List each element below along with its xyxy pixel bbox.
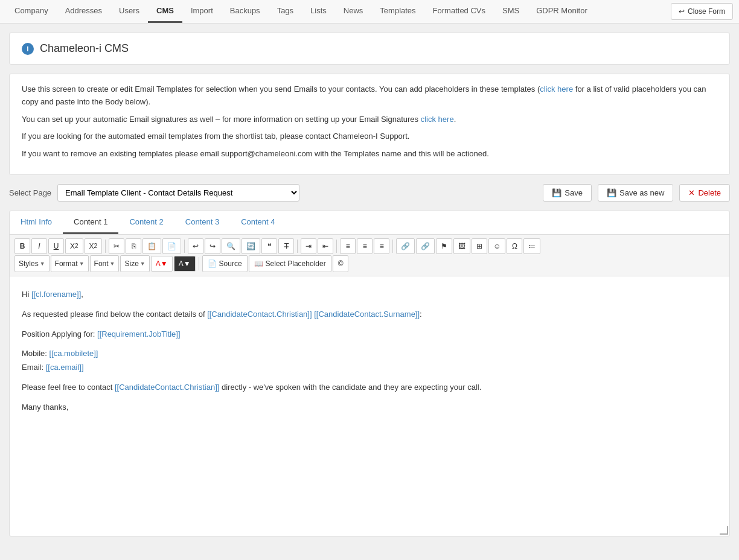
nav-cms[interactable]: CMS xyxy=(148,0,182,23)
tab-content-3[interactable]: Content 3 xyxy=(174,211,230,234)
mobile-placeholder: [[ca.mobilete]] xyxy=(50,349,98,358)
font-color-button[interactable]: A▼ xyxy=(151,256,173,272)
special-char-button[interactable]: Ω xyxy=(507,238,522,254)
cut-button[interactable]: ✂ xyxy=(109,238,124,254)
select-page-row: Select Page Email Template Client - Cont… xyxy=(9,184,730,202)
click-here-link-1[interactable]: click here xyxy=(540,84,573,94)
close-icon: ↩ xyxy=(679,7,685,16)
image-button[interactable]: 🖼 xyxy=(453,238,470,254)
nav-formatted-cvs[interactable]: Formatted CVs xyxy=(424,0,494,23)
nav-addresses[interactable]: Addresses xyxy=(57,0,110,23)
nav-lists[interactable]: Lists xyxy=(302,0,335,23)
source-icon: 📄 xyxy=(208,259,217,268)
undo-button[interactable]: ↩ xyxy=(188,238,203,254)
styles-dropdown[interactable]: Styles ▼ xyxy=(14,255,50,272)
remove-format-button[interactable]: T̶ xyxy=(278,238,294,254)
separator-5 xyxy=(392,240,393,253)
align-left-button[interactable]: ≡ xyxy=(340,238,356,254)
info-line-1: Use this screen to create or edit Email … xyxy=(22,83,717,109)
info-line-4: If you want to remove an existing templa… xyxy=(22,148,717,161)
size-label: Size xyxy=(124,259,138,268)
paste-button[interactable]: 📋 xyxy=(142,238,161,254)
info-box: Use this screen to create or edit Email … xyxy=(9,74,730,175)
toolbar-row-1: B I U X2 X2 ✂ ⎘ 📋 📄 ↩ ↪ 🔍 🔄 ❝ T̶ ⇥ ⇤ xyxy=(14,238,725,254)
position-line: Position Applying for: [[Requirement.Job… xyxy=(22,328,717,341)
indent-button[interactable]: ⇥ xyxy=(301,238,316,254)
copyright-button[interactable]: © xyxy=(333,255,349,272)
paste-plain-button[interactable]: 📄 xyxy=(162,238,181,254)
tab-content-4[interactable]: Content 4 xyxy=(230,211,286,234)
main-content: i Chameleon-i CMS Use this screen to cre… xyxy=(0,24,739,546)
nav-users[interactable]: Users xyxy=(110,0,148,23)
nav-templates[interactable]: Templates xyxy=(371,0,424,23)
align-right-button[interactable]: ≡ xyxy=(374,238,389,254)
format-label: Format xyxy=(55,259,78,268)
email-placeholder: [[ca.email]] xyxy=(46,363,84,372)
list-button[interactable]: ≔ xyxy=(523,238,540,254)
font-dropdown[interactable]: Font ▼ xyxy=(90,255,120,272)
info-icon: i xyxy=(22,43,34,55)
delete-icon: ✕ xyxy=(688,188,695,197)
page-title: Chameleon-i CMS xyxy=(40,42,129,55)
emoji-button[interactable]: ☺ xyxy=(488,238,505,254)
nav-company[interactable]: Company xyxy=(6,0,57,23)
nav-news[interactable]: News xyxy=(335,0,372,23)
toolbar: B I U X2 X2 ✂ ⎘ 📋 📄 ↩ ↪ 🔍 🔄 ❝ T̶ ⇥ ⇤ xyxy=(10,235,729,276)
nav-sms[interactable]: SMS xyxy=(494,0,528,23)
blockquote-button[interactable]: ❝ xyxy=(261,238,277,254)
click-here-link-2[interactable]: click here xyxy=(421,115,454,124)
size-caret: ▼ xyxy=(140,261,146,267)
nav-backups[interactable]: Backups xyxy=(222,0,269,23)
separator-3 xyxy=(297,240,298,253)
page-select[interactable]: Email Template Client - Contact Details … xyxy=(57,184,299,202)
nav-tags[interactable]: Tags xyxy=(269,0,302,23)
save-button[interactable]: 💾 Save xyxy=(543,184,592,202)
align-center-button[interactable]: ≡ xyxy=(357,238,373,254)
find-button[interactable]: 🔍 xyxy=(222,238,240,254)
email-line: Email: [[ca.email]] xyxy=(22,361,717,374)
candidate-christian-placeholder: [[CandidateContact.Christian]] xyxy=(207,310,312,319)
replace-button[interactable]: 🔄 xyxy=(242,238,260,254)
bg-color-button[interactable]: A▼ xyxy=(174,256,196,272)
forename-placeholder: [[cl.forename]] xyxy=(31,290,81,299)
link-button[interactable]: 🔗 xyxy=(396,238,415,254)
size-dropdown[interactable]: Size ▼ xyxy=(120,255,149,272)
resize-handle[interactable] xyxy=(720,526,728,535)
format-dropdown[interactable]: Format ▼ xyxy=(51,255,89,272)
nav-import[interactable]: Import xyxy=(182,0,222,23)
tab-html-info[interactable]: Html Info xyxy=(10,211,63,234)
copy-button[interactable]: ⎘ xyxy=(126,238,141,254)
unlink-button[interactable]: 🔗 xyxy=(416,238,435,254)
tab-content-2[interactable]: Content 2 xyxy=(118,211,174,234)
top-nav: Company Addresses Users CMS Import Backu… xyxy=(0,0,739,24)
anchor-button[interactable]: ⚑ xyxy=(436,238,452,254)
separator-6 xyxy=(199,257,199,270)
close-form-button[interactable]: ↩ Close Form xyxy=(671,3,733,20)
contact-christian-placeholder: [[CandidateContact.Christian]] xyxy=(115,383,219,392)
table-button[interactable]: ⊞ xyxy=(472,238,487,254)
format-caret: ▼ xyxy=(79,261,85,267)
placeholder-icon: 📖 xyxy=(254,259,263,268)
greeting-line: Hi [[cl.forename]], xyxy=(22,288,717,301)
tab-content-1[interactable]: Content 1 xyxy=(63,211,118,234)
save-as-button[interactable]: 💾 Save as new xyxy=(598,184,673,202)
editor-content[interactable]: Hi [[cl.forename]], As requested please … xyxy=(10,276,729,536)
select-placeholder-button[interactable]: 📖 Select Placeholder xyxy=(249,255,331,272)
bold-button[interactable]: B xyxy=(14,238,30,254)
outdent-button[interactable]: ⇤ xyxy=(318,238,333,254)
nav-gdpr-monitor[interactable]: GDPR Monitor xyxy=(528,0,596,23)
font-caret: ▼ xyxy=(110,261,115,267)
editor-panel: Html Info Content 1 Content 2 Content 3 … xyxy=(9,211,730,536)
italic-button[interactable]: I xyxy=(31,238,47,254)
underline-button[interactable]: U xyxy=(48,238,64,254)
source-button[interactable]: 📄 Source xyxy=(202,255,248,272)
thanks-line: Many thanks, xyxy=(22,401,717,414)
font-label: Font xyxy=(94,259,109,268)
delete-button[interactable]: ✕ Delete xyxy=(679,184,730,202)
redo-button[interactable]: ↪ xyxy=(205,238,220,254)
subscript-button[interactable]: X2 xyxy=(65,238,83,254)
superscript-button[interactable]: X2 xyxy=(85,238,103,254)
save-icon: 💾 xyxy=(552,188,561,197)
separator-2 xyxy=(184,240,185,253)
styles-caret: ▼ xyxy=(40,261,45,267)
